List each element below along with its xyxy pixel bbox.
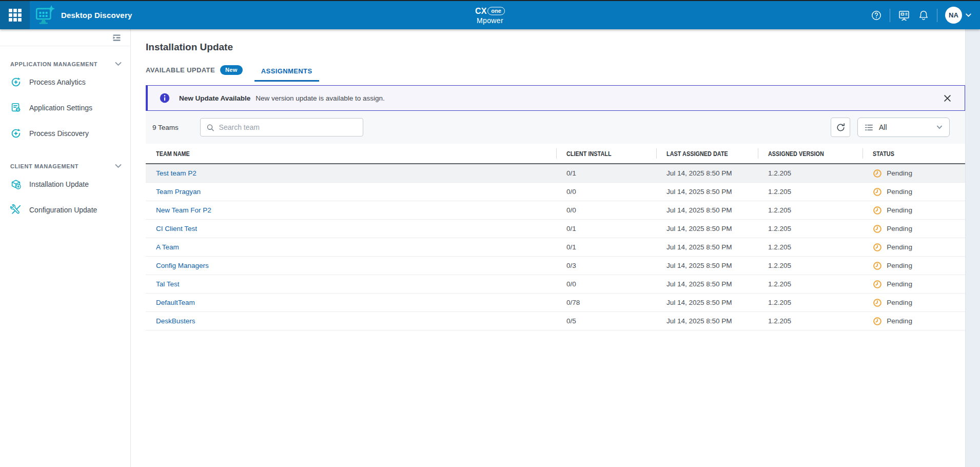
refresh-icon	[835, 122, 846, 133]
assigned-version-cell: 1.2.205	[758, 206, 863, 214]
chevron-down-icon	[114, 162, 122, 170]
assignments-table: TEAM NAME CLIENT INSTALL LAST ASSIGNED D…	[146, 144, 965, 330]
tab-assignments[interactable]: ASSIGNMENTS	[261, 67, 312, 82]
search-input[interactable]	[219, 123, 357, 131]
status-label: Pending	[887, 317, 912, 325]
last-assigned-date-cell: Jul 14, 2025 8:50 PM	[656, 299, 758, 306]
sidebar-item-application-settings[interactable]: Application Settings	[0, 96, 130, 119]
assigned-version-cell: 1.2.205	[758, 262, 863, 269]
client-install-cell: 0/78	[556, 299, 656, 306]
sidebar-item-process-analytics[interactable]: Process Analytics	[0, 71, 130, 93]
help-button[interactable]	[871, 10, 882, 21]
team-name-link[interactable]: Tal Test	[146, 280, 556, 288]
column-header-last-assigned-date: LAST ASSIGNED DATE	[656, 149, 758, 158]
last-assigned-date-cell: Jul 14, 2025 8:50 PM	[656, 243, 758, 251]
waffle-icon	[8, 8, 22, 22]
app-root: Desktop Discovery CX one Mpower	[0, 0, 980, 467]
topbar-divider	[937, 9, 937, 22]
sidebar-item-configuration-update[interactable]: Configuration Update	[0, 199, 130, 221]
sidebar-item-label: Application Settings	[29, 104, 92, 112]
help-icon	[871, 10, 882, 21]
table-body: Test team P2 0/1 Jul 14, 2025 8:50 PM 1.…	[146, 164, 965, 330]
sidebar-item-label: Configuration Update	[29, 206, 97, 214]
status-filter-dropdown[interactable]: All	[857, 118, 950, 137]
status-label: Pending	[887, 206, 912, 214]
table-row: Config Managers 0/3 Jul 14, 2025 8:50 PM…	[146, 257, 965, 275]
user-menu-button[interactable]: NA	[945, 7, 972, 24]
team-name-link[interactable]: DeskBusters	[146, 317, 556, 325]
sidebar-section-application-management[interactable]: APPLICATION MANAGEMENT	[10, 60, 122, 68]
sidebar: APPLICATION MANAGEMENT Process Analytics	[0, 29, 131, 467]
team-name-link[interactable]: New Team For P2	[146, 206, 556, 214]
chevron-down-icon	[114, 60, 122, 68]
assigned-version-cell: 1.2.205	[758, 169, 863, 177]
assigned-version-cell: 1.2.205	[758, 225, 863, 232]
client-install-cell: 0/0	[556, 280, 656, 288]
banner-message: New version update is available to assig…	[256, 94, 384, 102]
banner-close-button[interactable]	[944, 94, 951, 102]
bell-icon	[918, 10, 929, 21]
cxone-mpower-logo: CX one Mpower	[475, 7, 505, 24]
configuration-update-icon	[10, 204, 22, 216]
app-brand: Desktop Discovery	[34, 5, 132, 26]
pending-clock-icon	[873, 206, 882, 215]
teams-count: 9 Teams	[152, 124, 200, 131]
team-name-link[interactable]: A Team	[146, 243, 556, 251]
assigned-version-cell: 1.2.205	[758, 280, 863, 288]
table-row: CI Client Test 0/1 Jul 14, 2025 8:50 PM …	[146, 220, 965, 238]
tab-label: AVAILABLE UPDATE	[146, 66, 215, 74]
team-name-link[interactable]: Team Pragyan	[146, 188, 556, 196]
last-assigned-date-cell: Jul 14, 2025 8:50 PM	[656, 225, 758, 232]
client-install-cell: 0/1	[556, 243, 656, 251]
table-row: Team Pragyan 0/0 Jul 14, 2025 8:50 PM 1.…	[146, 183, 965, 201]
tab-available-update[interactable]: AVAILABLE UPDATE New	[146, 65, 243, 82]
status-label: Pending	[887, 280, 912, 288]
table-toolbar: 9 Teams	[146, 111, 965, 144]
filter-selected-value: All	[879, 123, 887, 131]
client-install-cell: 0/5	[556, 317, 656, 325]
status-label: Pending	[887, 188, 912, 196]
installation-update-icon	[10, 179, 22, 190]
table-row: Tal Test 0/0 Jul 14, 2025 8:50 PM 1.2.20…	[146, 275, 965, 294]
new-badge: New	[220, 65, 243, 75]
assigned-version-cell: 1.2.205	[758, 188, 863, 196]
status-cell: Pending	[863, 317, 965, 326]
sidebar-section-client-management[interactable]: CLIENT MANAGEMENT	[10, 162, 122, 170]
pending-clock-icon	[873, 224, 882, 233]
sidebar-item-process-discovery[interactable]: Process Discovery	[0, 122, 130, 145]
topbar-actions: NA	[871, 7, 980, 24]
desktop-discovery-icon	[34, 5, 55, 26]
status-label: Pending	[887, 299, 912, 306]
assigned-version-cell: 1.2.205	[758, 243, 863, 251]
sidebar-item-installation-update[interactable]: Installation Update	[0, 173, 130, 196]
team-name-link[interactable]: Config Managers	[146, 262, 556, 269]
presentation-button[interactable]	[898, 9, 910, 22]
refresh-button[interactable]	[831, 118, 850, 137]
pending-clock-icon	[873, 243, 882, 252]
status-cell: Pending	[863, 280, 965, 289]
sidebar-item-label: Process Analytics	[29, 78, 86, 86]
column-header-status: STATUS	[863, 149, 965, 158]
app-launcher-button[interactable]	[0, 1, 30, 29]
status-cell: Pending	[863, 243, 965, 252]
sidebar-item-label: Installation Update	[29, 180, 89, 188]
table-row: New Team For P2 0/0 Jul 14, 2025 8:50 PM…	[146, 201, 965, 220]
team-name-link[interactable]: DefaultTeam	[146, 299, 556, 306]
close-icon	[944, 94, 951, 102]
client-install-cell: 0/3	[556, 262, 656, 269]
team-name-link[interactable]: Test team P2	[146, 169, 556, 177]
client-install-cell: 0/1	[556, 169, 656, 177]
info-icon	[160, 93, 170, 103]
assigned-version-cell: 1.2.205	[758, 317, 863, 325]
team-name-link[interactable]: CI Client Test	[146, 225, 556, 232]
app-title: Desktop Discovery	[61, 11, 132, 20]
application-settings-icon	[10, 102, 22, 113]
notifications-button[interactable]	[918, 10, 929, 21]
search-icon	[206, 123, 214, 132]
last-assigned-date-cell: Jul 14, 2025 8:50 PM	[656, 188, 758, 196]
client-install-cell: 0/1	[556, 225, 656, 232]
main-content: Installation Update AVAILABLE UPDATE New…	[131, 29, 965, 467]
sidebar-collapse-button[interactable]	[111, 32, 122, 43]
pending-clock-icon	[873, 298, 882, 307]
status-label: Pending	[887, 262, 912, 269]
